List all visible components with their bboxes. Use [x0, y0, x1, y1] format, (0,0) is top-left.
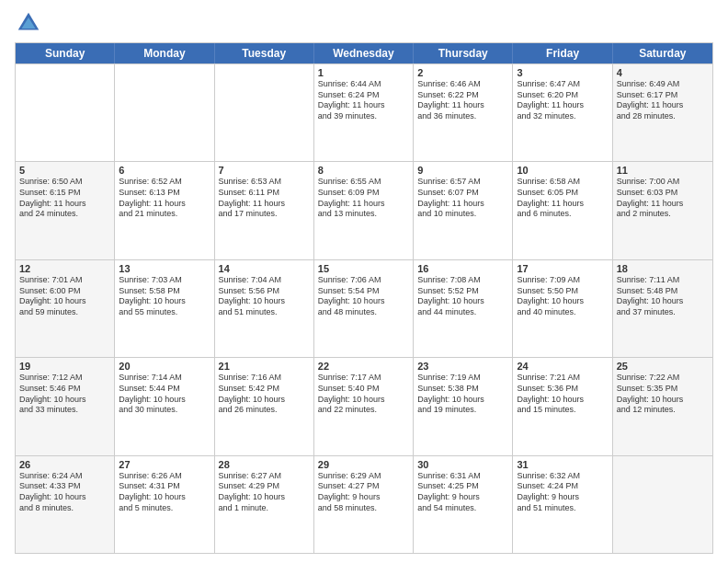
- cell-text-line: Sunset: 4:27 PM: [318, 481, 409, 492]
- cal-cell: 16Sunrise: 7:08 AMSunset: 5:52 PMDayligh…: [414, 260, 513, 357]
- cell-text-line: Daylight: 10 hours: [517, 296, 608, 307]
- cell-text-line: Sunrise: 7:16 AM: [219, 373, 310, 384]
- cal-cell: 13Sunrise: 7:03 AMSunset: 5:58 PMDayligh…: [115, 260, 214, 357]
- cell-text-line: and 5 minutes.: [119, 503, 210, 514]
- cell-text-line: Sunrise: 6:58 AM: [517, 177, 608, 188]
- cell-text-line: Sunrise: 7:04 AM: [219, 275, 310, 286]
- cal-cell: 19Sunrise: 7:12 AMSunset: 5:46 PMDayligh…: [16, 358, 115, 454]
- day-number: 25: [617, 361, 709, 372]
- cell-text-line: Sunset: 6:20 PM: [517, 90, 608, 101]
- week-row-2: 12Sunrise: 7:01 AMSunset: 6:00 PMDayligh…: [16, 259, 712, 357]
- cell-text-line: Sunrise: 7:19 AM: [417, 373, 508, 384]
- cell-text-line: Sunset: 5:42 PM: [219, 384, 310, 395]
- cell-text-line: and 36 minutes.: [417, 111, 508, 122]
- day-number: 7: [219, 165, 310, 176]
- cell-text-line: Sunrise: 6:26 AM: [119, 471, 210, 482]
- day-number: 6: [119, 165, 210, 176]
- cell-text-line: Sunset: 5:48 PM: [617, 286, 709, 297]
- cell-text-line: and 1 minute.: [219, 503, 310, 514]
- header: [15, 9, 713, 37]
- cal-cell: 15Sunrise: 7:06 AMSunset: 5:54 PMDayligh…: [314, 260, 414, 357]
- cal-cell: 2Sunrise: 6:46 AMSunset: 6:22 PMDaylight…: [414, 64, 513, 161]
- cell-text-line: Daylight: 10 hours: [219, 492, 310, 503]
- cal-cell: 25Sunrise: 7:22 AMSunset: 5:35 PMDayligh…: [613, 358, 712, 454]
- day-number: 10: [517, 165, 608, 176]
- cell-text-line: Daylight: 10 hours: [19, 492, 110, 503]
- cal-cell: 8Sunrise: 6:55 AMSunset: 6:09 PMDaylight…: [314, 162, 414, 259]
- cell-text-line: Sunset: 4:25 PM: [417, 481, 508, 492]
- cell-text-line: Sunrise: 6:46 AM: [417, 79, 508, 90]
- logo: [15, 9, 46, 37]
- cell-text-line: Sunrise: 6:53 AM: [219, 177, 310, 188]
- cell-text-line: Sunset: 5:36 PM: [517, 384, 608, 395]
- cell-text-line: and 13 minutes.: [318, 209, 409, 220]
- cal-cell: 26Sunrise: 6:24 AMSunset: 4:33 PMDayligh…: [16, 456, 115, 553]
- cell-text-line: and 58 minutes.: [318, 503, 409, 514]
- cell-text-line: and 54 minutes.: [417, 503, 508, 514]
- day-number: 15: [318, 263, 409, 274]
- day-number: 18: [617, 263, 709, 274]
- cell-text-line: Sunrise: 7:00 AM: [617, 177, 709, 188]
- cell-text-line: and 48 minutes.: [318, 307, 409, 318]
- cell-text-line: and 51 minutes.: [219, 307, 310, 318]
- cell-text-line: Sunrise: 7:22 AM: [617, 373, 709, 384]
- cell-text-line: Sunrise: 7:21 AM: [517, 373, 608, 384]
- cell-text-line: Daylight: 10 hours: [19, 296, 110, 307]
- day-number: 29: [318, 459, 409, 470]
- page: SundayMondayTuesdayWednesdayThursdayFrid…: [0, 0, 728, 563]
- week-row-3: 19Sunrise: 7:12 AMSunset: 5:46 PMDayligh…: [16, 357, 712, 454]
- day-number: 5: [19, 165, 110, 176]
- cal-cell: 20Sunrise: 7:14 AMSunset: 5:44 PMDayligh…: [115, 358, 214, 454]
- cell-text-line: Sunrise: 6:29 AM: [318, 471, 409, 482]
- cell-text-line: Sunrise: 7:11 AM: [617, 275, 709, 286]
- day-number: 12: [19, 263, 110, 274]
- cell-text-line: Daylight: 10 hours: [219, 395, 310, 406]
- cell-text-line: Sunset: 5:40 PM: [318, 384, 409, 395]
- day-number: 30: [417, 459, 508, 470]
- cell-text-line: Daylight: 9 hours: [318, 492, 409, 503]
- day-number: 8: [318, 165, 409, 176]
- cal-cell: 1Sunrise: 6:44 AMSunset: 6:24 PMDaylight…: [314, 64, 414, 161]
- cell-text-line: Sunset: 4:24 PM: [517, 481, 608, 492]
- cal-cell: 12Sunrise: 7:01 AMSunset: 6:00 PMDayligh…: [16, 260, 115, 357]
- cell-text-line: Sunset: 5:56 PM: [219, 286, 310, 297]
- day-number: 28: [219, 459, 310, 470]
- cell-text-line: Sunset: 5:52 PM: [417, 286, 508, 297]
- cal-cell: 23Sunrise: 7:19 AMSunset: 5:38 PMDayligh…: [414, 358, 513, 454]
- cell-text-line: Daylight: 9 hours: [517, 492, 608, 503]
- cal-cell: 3Sunrise: 6:47 AMSunset: 6:20 PMDaylight…: [513, 64, 612, 161]
- calendar-header: SundayMondayTuesdayWednesdayThursdayFrid…: [16, 43, 712, 63]
- cell-text-line: Sunrise: 6:50 AM: [19, 177, 110, 188]
- cell-text-line: and 26 minutes.: [219, 405, 310, 416]
- week-row-4: 26Sunrise: 6:24 AMSunset: 4:33 PMDayligh…: [16, 455, 712, 553]
- cell-text-line: Sunrise: 6:49 AM: [617, 79, 709, 90]
- day-number: 4: [617, 67, 709, 78]
- cell-text-line: Daylight: 11 hours: [219, 199, 310, 210]
- cell-text-line: and 37 minutes.: [617, 307, 709, 318]
- cell-text-line: Daylight: 10 hours: [617, 395, 709, 406]
- week-row-1: 5Sunrise: 6:50 AMSunset: 6:15 PMDaylight…: [16, 161, 712, 259]
- cell-text-line: Sunrise: 6:32 AM: [517, 471, 608, 482]
- cell-text-line: Sunset: 6:17 PM: [617, 90, 709, 101]
- day-number: 20: [119, 361, 210, 372]
- cell-text-line: and 44 minutes.: [417, 307, 508, 318]
- cell-text-line: Sunset: 4:33 PM: [19, 481, 110, 492]
- day-number: 21: [219, 361, 310, 372]
- cell-text-line: Daylight: 10 hours: [417, 395, 508, 406]
- cell-text-line: and 19 minutes.: [417, 405, 508, 416]
- cal-cell: 10Sunrise: 6:58 AMSunset: 6:05 PMDayligh…: [513, 162, 612, 259]
- cal-cell: [16, 64, 115, 161]
- cell-text-line: and 15 minutes.: [517, 405, 608, 416]
- day-number: 16: [417, 263, 508, 274]
- calendar: SundayMondayTuesdayWednesdayThursdayFrid…: [15, 42, 713, 554]
- cell-text-line: Daylight: 9 hours: [417, 492, 508, 503]
- header-day-saturday: Saturday: [613, 43, 712, 63]
- cal-cell: [215, 64, 314, 161]
- cal-cell: 7Sunrise: 6:53 AMSunset: 6:11 PMDaylight…: [215, 162, 314, 259]
- cell-text-line: and 55 minutes.: [119, 307, 210, 318]
- header-day-tuesday: Tuesday: [215, 43, 314, 63]
- day-number: 19: [19, 361, 110, 372]
- cell-text-line: Sunrise: 6:44 AM: [318, 79, 409, 90]
- cell-text-line: Daylight: 10 hours: [119, 395, 210, 406]
- day-number: 17: [517, 263, 608, 274]
